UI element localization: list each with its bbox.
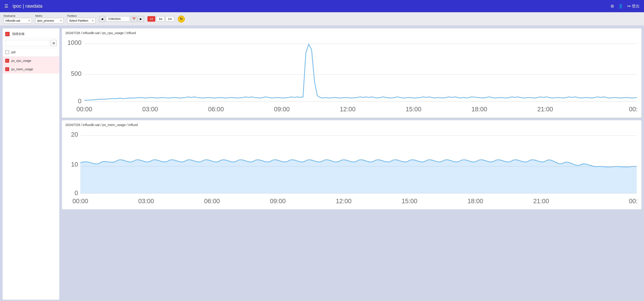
- mem-chart-container: 20 10 0 00:00 03:00 06:00 09:00 12:00: [66, 127, 638, 208]
- hostname-select-wrapper: influxdb-uat: [4, 18, 32, 23]
- cpu-chart-title: 2024/7/28 / influxdb-uat / ps_cpu_usage …: [66, 31, 638, 35]
- mem-chart-svg: 20 10 0 00:00 03:00 06:00 09:00 12:00: [66, 127, 638, 208]
- right-panel: 2024/7/28 / influxdb-uat / ps_cpu_usage …: [62, 28, 642, 300]
- date-navigation: ◀ 📅 ▶: [99, 16, 144, 22]
- hostname-select[interactable]: influxdb-uat: [4, 18, 32, 23]
- cpu-y-0: 0: [78, 98, 81, 105]
- period-1m-button[interactable]: 1m: [166, 16, 174, 22]
- app-title: ipoc | rawdata: [13, 3, 611, 9]
- ps-cpu-usage-label: ps_cpu_usage: [11, 59, 31, 62]
- cpu-x-12: 12:00: [340, 106, 356, 113]
- main-content: − 指標名稱 ⊟ pid ✓ ps_cpu_usage ✓ ps_mem_usa…: [0, 26, 644, 301]
- filter-button[interactable]: ⊟: [50, 40, 57, 46]
- cpu-y-500: 500: [71, 70, 81, 77]
- mem-x-end: 00:00: [629, 197, 638, 204]
- period-1w-button[interactable]: 1w: [156, 16, 165, 22]
- cpu-x-end: 00:00: [629, 106, 638, 113]
- prev-date-button[interactable]: ◀: [99, 16, 105, 22]
- ps-cpu-usage-checkbox[interactable]: ✓: [5, 59, 9, 63]
- mem-chart-title: 2024/7/28 / influxdb-uat / ps_mem_usage …: [66, 123, 638, 127]
- mem-x-12: 12:00: [336, 197, 352, 204]
- period-1d-button[interactable]: 1d: [148, 16, 155, 22]
- cpu-x-0: 00:00: [76, 106, 92, 113]
- period-buttons: 1d 1w 1m: [148, 16, 174, 22]
- partition-label: Partition: [67, 15, 96, 18]
- ps-mem-usage-checkbox[interactable]: ✓: [5, 67, 9, 71]
- cpu-chart-container: 1000 500 0 00:00 03:00 06:00 09:00 12:00…: [66, 36, 638, 116]
- calendar-button[interactable]: 📅: [131, 16, 137, 22]
- toolbar: Hostname influxdb-uat Metric ipoc_proces…: [0, 12, 644, 26]
- metric-row-mem: ✓ ps_mem_usage: [2, 65, 59, 74]
- mem-y-20: 20: [71, 131, 78, 138]
- mem-y-0: 0: [74, 189, 78, 196]
- date-input[interactable]: [106, 16, 130, 22]
- hostname-group: Hostname influxdb-uat: [4, 15, 32, 23]
- metrics-column-title: 指標名稱: [12, 32, 24, 36]
- refresh-button[interactable]: ↻: [178, 16, 185, 23]
- hostname-label: Hostname: [4, 15, 32, 18]
- logout-button[interactable]: ↦ 登出: [628, 4, 640, 9]
- mem-x-21: 21:00: [533, 197, 549, 204]
- cpu-x-9: 09:00: [274, 106, 290, 113]
- metric-select[interactable]: ipoc_process: [35, 18, 64, 23]
- mem-x-3: 03:00: [138, 197, 154, 204]
- next-date-button[interactable]: ▶: [138, 16, 144, 22]
- metric-group: Metric ipoc_process: [35, 15, 64, 23]
- cpu-x-21: 21:00: [537, 106, 553, 113]
- cpu-x-18: 18:00: [472, 106, 487, 113]
- metric-row-cpu: ✓ ps_cpu_usage: [2, 57, 59, 65]
- mem-x-0: 00:00: [72, 197, 88, 204]
- metric-select-wrapper: ipoc_process: [35, 18, 64, 23]
- ps-mem-usage-label: ps_mem_usage: [11, 68, 33, 71]
- pid-checkbox[interactable]: [5, 50, 9, 54]
- partition-group: Partition Select Partition: [67, 15, 96, 23]
- left-panel: − 指標名稱 ⊟ pid ✓ ps_cpu_usage ✓ ps_mem_usa…: [2, 28, 59, 300]
- panel-header: − 指標名稱: [2, 30, 59, 38]
- search-row: ⊟: [2, 38, 59, 48]
- pid-label: pid: [11, 51, 16, 54]
- cpu-x-6: 06:00: [208, 106, 224, 113]
- cpu-y-1000: 1000: [68, 39, 81, 46]
- mem-x-18: 18:00: [467, 197, 483, 204]
- cpu-x-3: 03:00: [142, 106, 158, 113]
- user-icon[interactable]: 👤: [618, 4, 623, 9]
- metric-row-pid: pid: [2, 48, 59, 57]
- header-actions: ⊞ 👤 ↦ 登出: [611, 4, 640, 9]
- grid-icon[interactable]: ⊞: [611, 4, 614, 9]
- partition-select-wrapper: Select Partition: [67, 18, 96, 23]
- mem-chart-card: 2024/7/28 / influxdb-uat / ps_mem_usage …: [62, 120, 642, 209]
- cpu-chart-svg: 1000 500 0 00:00 03:00 06:00 09:00 12:00…: [66, 36, 638, 116]
- cpu-x-15: 15:00: [406, 106, 421, 113]
- mem-x-6: 06:00: [204, 197, 220, 204]
- collapse-button[interactable]: −: [5, 32, 10, 36]
- mem-x-15: 15:00: [402, 197, 418, 204]
- mem-y-10: 10: [71, 161, 78, 168]
- cpu-chart-card: 2024/7/28 / influxdb-uat / ps_cpu_usage …: [62, 28, 642, 118]
- menu-icon[interactable]: ☰: [4, 4, 8, 9]
- metric-label: Metric: [35, 15, 64, 18]
- partition-select[interactable]: Select Partition: [67, 18, 96, 23]
- header: ☰ ipoc | rawdata ⊞ 👤 ↦ 登出: [0, 0, 644, 12]
- mem-x-9: 09:00: [270, 197, 286, 204]
- metrics-search-input[interactable]: [5, 40, 49, 46]
